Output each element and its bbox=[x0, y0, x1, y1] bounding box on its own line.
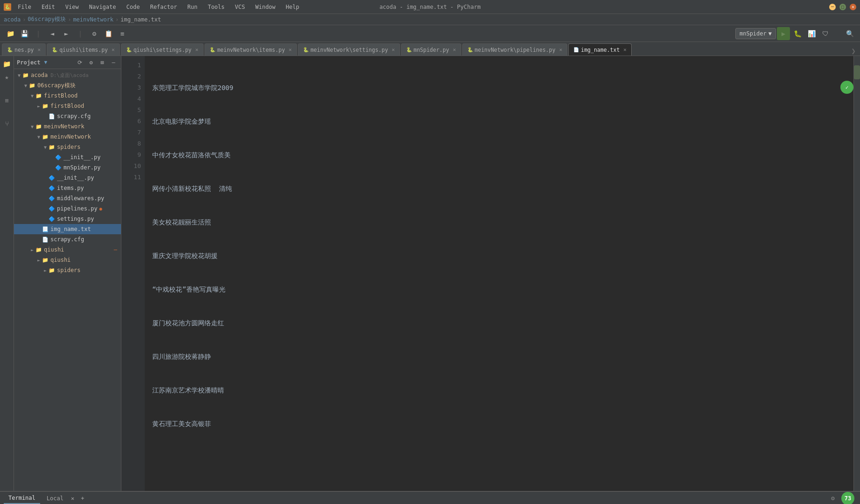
bottom-section: Terminal Local ✕ + ⚙ 73 开始爬虫。。。 爬虫结束！！！ … bbox=[0, 491, 860, 504]
code-line-6: 重庆文理学院校花胡援 bbox=[152, 250, 846, 261]
run-config-dropdown[interactable]: mnSpider ▼ bbox=[735, 28, 776, 39]
menu-navigate[interactable]: Navigate bbox=[85, 3, 120, 11]
tab-close-img-name[interactable]: ✕ bbox=[623, 47, 627, 53]
editor-area[interactable]: 1 2 3 4 5 6 7 8 9 10 11 东莞理工学院城市学院2009 北… bbox=[121, 56, 860, 491]
dropdown-arrow: ▼ bbox=[768, 30, 772, 37]
breadcrumb-part-3[interactable]: meinvNetwork bbox=[73, 16, 113, 23]
menu-code[interactable]: Code bbox=[123, 3, 144, 11]
tree-item-acoda[interactable]: ▼ 📁 acoda D:\桌面\acoda bbox=[14, 70, 121, 80]
tab-close-qiushi-items[interactable]: ✕ bbox=[112, 47, 115, 53]
menu-view[interactable]: View bbox=[62, 3, 83, 11]
tab-close-local[interactable]: ✕ bbox=[71, 495, 74, 502]
tree-item-items-py[interactable]: ► 🔷 items.py bbox=[14, 183, 121, 193]
tab-close-nes[interactable]: ✕ bbox=[38, 47, 41, 53]
forward-icon[interactable]: ► bbox=[60, 27, 73, 40]
tree-item-scrapy-cfg-1[interactable]: ► 📄 scrapy.cfg bbox=[14, 111, 121, 121]
save-icon[interactable]: 💾 bbox=[18, 27, 31, 40]
menu-window[interactable]: Window bbox=[252, 3, 279, 11]
tree-item-init-py-spiders[interactable]: ► 🔷 __init__.py bbox=[14, 152, 121, 162]
tree-item-firstblood[interactable]: ▼ 📁 firstBlood bbox=[14, 91, 121, 101]
breadcrumb-part-2[interactable]: 06scrapy模块 bbox=[28, 15, 66, 23]
qiushi-collapse-btn[interactable]: — bbox=[114, 246, 117, 253]
tree-item-init-py-meinv[interactable]: ► 🔷 __init__.py bbox=[14, 173, 121, 183]
side-icon-bookmark[interactable]: ★ bbox=[1, 71, 13, 83]
tree-label-firstblood-inner: firstBlood bbox=[50, 103, 84, 109]
run-button[interactable]: ▶ bbox=[777, 27, 790, 40]
tree-item-spiders-qiushi[interactable]: ► 📁 spiders bbox=[14, 265, 121, 275]
structure-icon[interactable]: ≡ bbox=[116, 27, 129, 40]
project-collapse-btn[interactable]: — bbox=[109, 58, 118, 67]
tab-close-mnspider[interactable]: ✕ bbox=[453, 47, 456, 53]
project-panel: Project ▼ ⟳ ⚙ ⊞ — ▼ 📁 acoda D:\桌面\acoda … bbox=[14, 56, 121, 491]
tab-meinv-items[interactable]: 🐍 meinvNetwork\items.py ✕ bbox=[204, 43, 297, 56]
menu-file[interactable]: File bbox=[14, 3, 35, 11]
tab-meinv-settings[interactable]: 🐍 meinvNetwork\settings.py ✕ bbox=[298, 43, 400, 56]
tree-label-spiders: spiders bbox=[57, 144, 81, 150]
tab-terminal[interactable]: Terminal bbox=[4, 493, 40, 504]
debug-button[interactable]: 🐛 bbox=[791, 27, 804, 40]
line-num-5: 5 bbox=[121, 105, 141, 116]
profile-button[interactable]: 📊 bbox=[805, 27, 818, 40]
side-icon-git[interactable]: ⑂ bbox=[1, 118, 13, 130]
tree-item-qiushi[interactable]: ► 📁 qiushi — bbox=[14, 245, 121, 255]
terminal-settings-icon[interactable]: ⚙ bbox=[826, 492, 839, 504]
search-everywhere-icon[interactable]: 🔍 bbox=[843, 27, 856, 40]
tab-qiushi-items[interactable]: 🐍 qiushi\items.py ✕ bbox=[47, 43, 120, 56]
tab-close-meinv-settings[interactable]: ✕ bbox=[392, 47, 395, 53]
tree-item-firstblood-inner[interactable]: ► 📁 firstBlood bbox=[14, 101, 121, 111]
menu-refactor[interactable]: Refactor bbox=[146, 3, 181, 11]
editor-scrollbar[interactable] bbox=[853, 56, 860, 491]
menu-tools[interactable]: Tools bbox=[204, 3, 228, 11]
maximize-button[interactable]: □ bbox=[839, 4, 846, 10]
tree-arrow-spiders-qiushi: ► bbox=[42, 268, 49, 273]
tree-item-mnspider-py[interactable]: ► 🔷 mnSpider.py bbox=[14, 162, 121, 173]
project-icon[interactable]: 📋 bbox=[102, 27, 115, 40]
tab-img-name[interactable]: 📄 img_name.txt ✕ bbox=[568, 43, 632, 56]
tab-close-qiushi-settings[interactable]: ✕ bbox=[195, 47, 198, 53]
spacer-middlewares: ► bbox=[42, 196, 49, 201]
tree-item-06scrapy[interactable]: ▼ 📁 06scrapy模块 bbox=[14, 80, 121, 91]
tree-item-pipelines-py[interactable]: ► 🔷 pipelines.py ● bbox=[14, 203, 121, 214]
side-icon-project[interactable]: 📁 bbox=[1, 58, 13, 70]
tab-new-terminal[interactable]: + bbox=[76, 493, 89, 504]
project-expand-btn[interactable]: ⊞ bbox=[98, 58, 107, 67]
back-icon[interactable]: ◄ bbox=[46, 27, 59, 40]
title-bar-left: 🐍 File Edit View Navigate Code Refactor … bbox=[4, 3, 303, 11]
tab-nes[interactable]: 🐍 nes.py ✕ bbox=[2, 43, 46, 56]
code-container[interactable]: 1 2 3 4 5 6 7 8 9 10 11 东莞理工学院城市学院2009 北… bbox=[121, 56, 860, 491]
spacer-scrapy-cfg-2: ► bbox=[35, 237, 42, 242]
tabs-overflow-button[interactable]: ❯ bbox=[849, 47, 858, 56]
settings-icon[interactable]: ⚙ bbox=[88, 27, 101, 40]
tree-item-qiushi-inner[interactable]: ► 📁 qiushi bbox=[14, 255, 121, 265]
tab-qiushi-settings[interactable]: 🐍 qiushi\settings.py ✕ bbox=[121, 43, 204, 56]
tree-item-settings-py[interactable]: ► 🔷 settings.py bbox=[14, 214, 121, 224]
menu-run[interactable]: Run bbox=[183, 3, 201, 11]
tree-item-meinvnetwork[interactable]: ▼ 📁 meinvNetwork bbox=[14, 121, 121, 132]
tree-item-scrapy-cfg-2[interactable]: ► 📄 scrapy.cfg bbox=[14, 234, 121, 245]
tab-mnspider[interactable]: 🐍 mnSpider.py ✕ bbox=[401, 43, 461, 56]
menu-help[interactable]: Help bbox=[282, 3, 303, 11]
menu-vcs[interactable]: VCS bbox=[231, 3, 249, 11]
code-line-3: 中传才女校花苗洛依气质美 bbox=[152, 149, 846, 161]
tree-item-img-name-txt[interactable]: ► 📃 img_name.txt bbox=[14, 224, 121, 234]
minimize-button[interactable]: ─ bbox=[829, 4, 836, 10]
tree-item-middlewares-py[interactable]: ► 🔷 middlewares.py bbox=[14, 193, 121, 203]
tree-item-meinvnetwork-inner[interactable]: ▼ 📁 meinvNetwork bbox=[14, 132, 121, 142]
project-gear-btn[interactable]: ⚙ bbox=[86, 58, 96, 67]
breadcrumb-part-1[interactable]: acoda bbox=[4, 16, 21, 23]
menu-edit[interactable]: Edit bbox=[38, 3, 59, 11]
tab-local[interactable]: Local bbox=[42, 493, 68, 504]
folder-icon[interactable]: 📁 bbox=[4, 27, 17, 40]
tree-item-spiders[interactable]: ▼ 📁 spiders bbox=[14, 142, 121, 152]
tab-close-meinv-pipelines[interactable]: ✕ bbox=[559, 47, 563, 53]
tab-label-qiushi-items: qiushi\items.py bbox=[59, 47, 108, 53]
tab-meinv-pipelines[interactable]: 🐍 meinvNetwork\pipelines.py ✕ bbox=[462, 43, 568, 56]
tab-close-meinv-items[interactable]: ✕ bbox=[289, 47, 292, 53]
title-bar: 🐍 File Edit View Navigate Code Refactor … bbox=[0, 0, 860, 14]
project-sync-btn[interactable]: ⟳ bbox=[75, 58, 85, 67]
close-button[interactable]: ✕ bbox=[850, 4, 856, 10]
coverage-button[interactable]: 🛡 bbox=[819, 27, 832, 40]
side-icon-structure[interactable]: ≡ bbox=[1, 94, 13, 106]
code-content[interactable]: 东莞理工学院城市学院2009 北京电影学院金梦瑶 中传才女校花苗洛依气质美 网传… bbox=[145, 56, 853, 491]
scroll-thumb[interactable] bbox=[854, 65, 860, 79]
